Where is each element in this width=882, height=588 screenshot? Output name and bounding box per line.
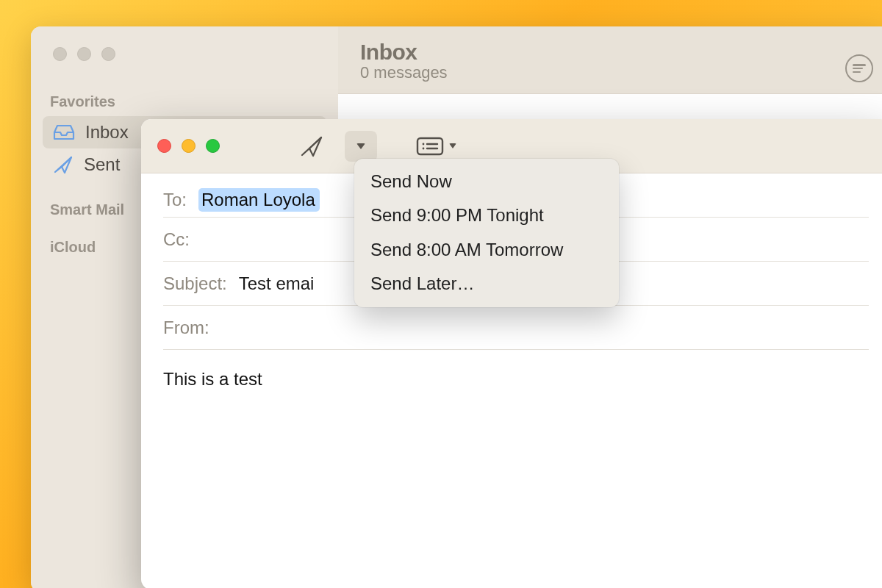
- sidebar-item-label: Sent: [84, 154, 120, 175]
- menu-item-send-tomorrow[interactable]: Send 8:00 AM Tomorrow: [354, 233, 619, 267]
- zoom-button[interactable]: [101, 47, 115, 61]
- zoom-button[interactable]: [206, 139, 220, 153]
- window-controls: [157, 139, 220, 153]
- message-count: 0 messages: [360, 63, 448, 82]
- sidebar-heading-favorites: Favorites: [50, 93, 326, 110]
- from-field-row[interactable]: From:: [163, 306, 869, 350]
- recipient-chip[interactable]: Roman Loyola: [198, 188, 320, 212]
- chevron-down-icon: [449, 143, 456, 148]
- close-button[interactable]: [157, 139, 171, 153]
- header-fields-button[interactable]: [412, 131, 459, 162]
- subject-label: Subject:: [163, 273, 227, 294]
- menu-item-send-tonight[interactable]: Send 9:00 PM Tonight: [354, 198, 619, 232]
- folder-title: Inbox: [360, 40, 448, 65]
- window-controls: [31, 26, 338, 61]
- send-options-button[interactable]: [345, 131, 377, 162]
- sidebar-item-label: Inbox: [85, 122, 129, 143]
- cc-label: Cc:: [163, 229, 190, 250]
- svg-point-1: [423, 143, 425, 145]
- close-button[interactable]: [53, 47, 67, 61]
- tray-icon: [53, 123, 75, 141]
- from-label: From:: [163, 318, 209, 338]
- send-button[interactable]: [292, 131, 331, 162]
- menu-item-send-later[interactable]: Send Later…: [354, 267, 619, 301]
- minimize-button[interactable]: [182, 139, 196, 153]
- list-rect-icon: [415, 135, 445, 157]
- filter-button[interactable]: [845, 54, 873, 82]
- paper-plane-icon: [299, 135, 324, 158]
- chevron-down-icon: [356, 143, 365, 149]
- svg-rect-0: [417, 138, 442, 154]
- minimize-button[interactable]: [77, 47, 91, 61]
- paper-plane-icon: [53, 155, 74, 174]
- menu-item-send-now[interactable]: Send Now: [354, 165, 619, 198]
- to-label: To:: [163, 190, 187, 210]
- compose-body[interactable]: This is a test: [141, 350, 882, 409]
- send-options-menu: Send Now Send 9:00 PM Tonight Send 8:00 …: [354, 159, 619, 307]
- svg-point-2: [423, 147, 425, 149]
- filter-icon: [853, 64, 866, 73]
- compose-window: To: Roman Loyola Cc: Subject: Test emai …: [141, 119, 882, 588]
- mail-content-header: Inbox 0 messages: [338, 26, 882, 94]
